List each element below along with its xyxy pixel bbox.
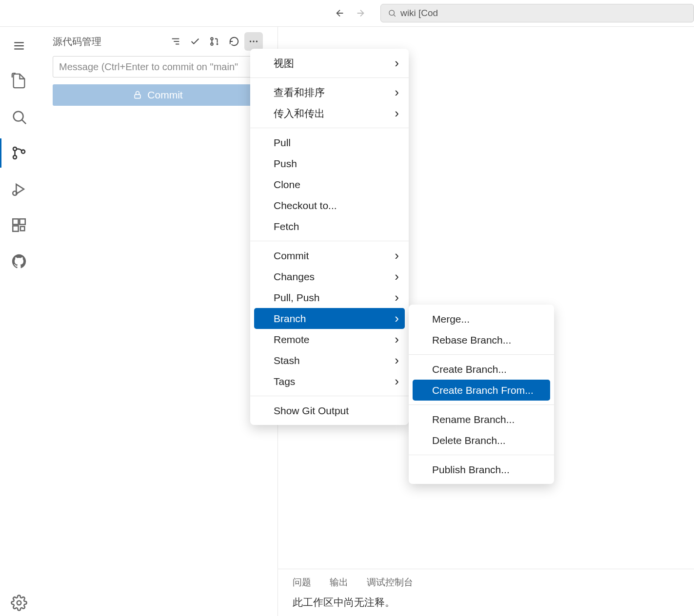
menu-item-label: Rebase Branch...	[432, 334, 511, 346]
commit-message-input[interactable]: Message (Ctrl+Enter to commit on "main"	[53, 56, 263, 77]
activity-github[interactable]	[0, 245, 38, 278]
menu-item-label: Clone	[274, 179, 300, 191]
svg-point-24	[250, 40, 251, 42]
menu-item[interactable]: Show Git Output	[250, 400, 409, 421]
activity-bar	[0, 27, 38, 616]
activity-explorer[interactable]	[0, 64, 38, 97]
more-actions-button[interactable]	[244, 32, 263, 51]
titlebar: wiki [Cod	[0, 0, 694, 27]
menu-item-label: Commit	[274, 250, 309, 262]
menu-separator	[409, 404, 554, 405]
svg-point-21	[211, 43, 213, 45]
menu-item[interactable]: Changes›	[250, 266, 409, 287]
menu-item[interactable]: 视图›	[250, 53, 409, 74]
menu-item[interactable]: 查看和排序›	[250, 82, 409, 103]
github-icon	[11, 253, 27, 270]
svg-rect-12	[13, 219, 18, 224]
activity-extensions[interactable]	[0, 209, 38, 242]
activity-scm[interactable]	[0, 136, 38, 170]
menu-item[interactable]: Publish Branch...	[409, 459, 554, 480]
menu-item[interactable]: Fetch	[250, 216, 409, 237]
svg-point-7	[13, 147, 17, 151]
menu-item[interactable]: Merge...	[409, 308, 554, 329]
commit-button-label: Commit	[147, 89, 182, 101]
view-as-tree-button[interactable]	[166, 32, 185, 51]
menu-item[interactable]: Remote›	[250, 329, 409, 350]
svg-point-8	[13, 155, 17, 159]
svg-point-26	[256, 40, 258, 42]
commit-placeholder: Message (Ctrl+Enter to commit on "main"	[59, 61, 238, 73]
menu-item[interactable]: Stash›	[250, 350, 409, 371]
chevron-right-icon: ›	[395, 353, 399, 368]
chevron-right-icon: ›	[395, 56, 399, 71]
debug-icon	[11, 181, 27, 197]
nav-back-button[interactable]	[332, 5, 348, 21]
nav-forward-button[interactable]	[352, 5, 369, 21]
panel-tab-problems[interactable]: 问题	[293, 576, 311, 589]
svg-point-16	[17, 601, 21, 605]
check-icon	[190, 36, 200, 47]
svg-point-20	[211, 38, 213, 40]
svg-rect-27	[135, 95, 140, 98]
chevron-right-icon: ›	[395, 290, 399, 305]
menu-item-label: Branch	[274, 313, 306, 325]
menu-item[interactable]: Branch›	[254, 308, 405, 329]
menu-item[interactable]: Pull, Push›	[250, 287, 409, 308]
activity-search[interactable]	[0, 100, 38, 134]
nav-arrows	[332, 5, 369, 21]
menu-item-label: Checkout to...	[274, 200, 337, 212]
extensions-icon	[11, 217, 27, 233]
menu-item-label: Pull	[274, 137, 291, 149]
menu-item[interactable]: Tags›	[250, 371, 409, 392]
activity-settings[interactable]	[0, 595, 38, 611]
menu-item[interactable]: Commit›	[250, 245, 409, 266]
menu-separator	[250, 396, 409, 396]
menu-item-label: Push	[274, 158, 297, 170]
panel-tab-output[interactable]: 输出	[330, 576, 348, 589]
menu-item-label: Create Branch From...	[432, 385, 534, 396]
commit-action-button[interactable]	[186, 32, 204, 51]
menu-item[interactable]: Create Branch From...	[413, 380, 550, 401]
menu-item[interactable]: Clone	[250, 174, 409, 195]
create-pr-button[interactable]	[205, 32, 224, 51]
menu-item-label: Pull, Push	[274, 292, 320, 304]
menu-item[interactable]: Create Branch...	[409, 359, 554, 380]
activity-run-debug[interactable]	[0, 173, 38, 206]
svg-point-5	[14, 112, 23, 121]
menu-item-label: Fetch	[274, 221, 299, 232]
menu-item[interactable]: Rename Branch...	[409, 409, 554, 430]
menu-separator	[250, 77, 409, 78]
search-text: wiki [Cod	[400, 8, 438, 19]
menu-item-label: Merge...	[432, 313, 470, 325]
chevron-right-icon: ›	[395, 106, 399, 121]
bottom-panel: 问题 输出 调试控制台 此工作区中尚无注释。	[278, 569, 694, 616]
menu-item[interactable]: Checkout to...	[250, 195, 409, 216]
chevron-right-icon: ›	[395, 248, 399, 263]
menu-item-label: Rename Branch...	[432, 414, 515, 425]
git-pull-request-icon	[209, 36, 220, 47]
commit-button[interactable]: Commit	[53, 84, 263, 106]
menu-item-label: Tags	[274, 376, 295, 387]
menu-separator	[409, 354, 554, 355]
menu-item[interactable]: 传入和传出›	[250, 103, 409, 124]
scm-title: 源代码管理	[53, 35, 101, 48]
svg-rect-14	[13, 226, 18, 231]
menu-item[interactable]: Delete Branch...	[409, 430, 554, 451]
svg-point-0	[389, 10, 395, 16]
menu-separator	[409, 455, 554, 455]
panel-tab-debug-console[interactable]: 调试控制台	[367, 576, 413, 589]
menu-item-label: 查看和排序	[274, 86, 325, 99]
chevron-right-icon: ›	[395, 374, 399, 389]
menu-item-label: 传入和传出	[274, 107, 325, 120]
refresh-icon	[229, 36, 239, 47]
chevron-right-icon: ›	[395, 311, 399, 326]
menu-item[interactable]: Rebase Branch...	[409, 329, 554, 350]
command-center-search[interactable]: wiki [Cod	[380, 4, 694, 22]
source-control-icon	[11, 145, 27, 161]
svg-line-6	[22, 120, 26, 124]
svg-point-25	[253, 40, 254, 42]
refresh-button[interactable]	[225, 32, 243, 51]
menu-item[interactable]: Push	[250, 153, 409, 174]
menu-item[interactable]: Pull	[250, 132, 409, 153]
menu-button[interactable]	[7, 34, 31, 58]
